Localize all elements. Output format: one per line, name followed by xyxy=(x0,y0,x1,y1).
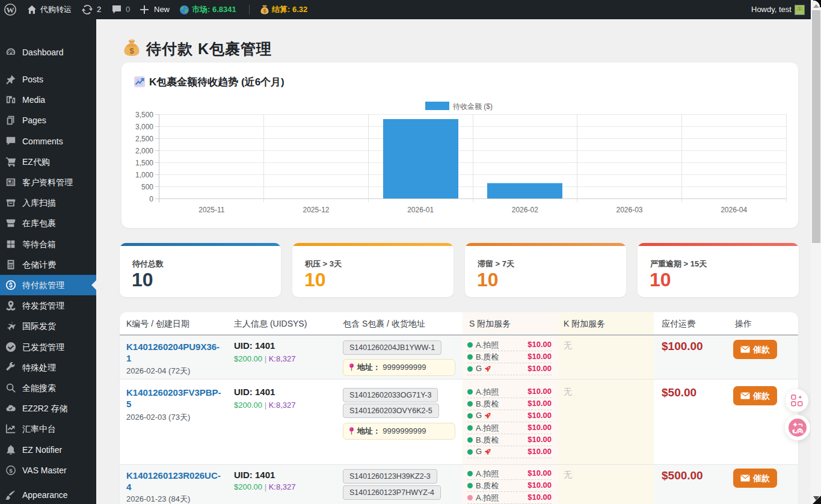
svg-text:待收金额 ($): 待收金额 ($) xyxy=(453,102,493,111)
svg-text:0: 0 xyxy=(149,195,153,203)
svg-text:2026-01: 2026-01 xyxy=(407,206,434,214)
svg-text:2026-04: 2026-04 xyxy=(721,206,747,214)
svg-text:2025-11: 2025-11 xyxy=(198,206,224,214)
svg-text:2026-02: 2026-02 xyxy=(512,206,538,214)
svg-text:A: A xyxy=(798,427,802,434)
svg-text:1,000: 1,000 xyxy=(135,171,153,179)
svg-text:$: $ xyxy=(129,46,134,55)
svg-text:W: W xyxy=(6,5,14,14)
svg-text:$: $ xyxy=(9,467,13,474)
svg-text:2025-12: 2025-12 xyxy=(303,206,329,214)
svg-text:$: $ xyxy=(263,8,266,14)
svg-text:1,500: 1,500 xyxy=(135,159,153,167)
svg-text:2,000: 2,000 xyxy=(135,147,153,155)
svg-text:3,500: 3,500 xyxy=(135,111,153,119)
svg-text:500: 500 xyxy=(141,183,153,191)
svg-text:2026-03: 2026-03 xyxy=(616,206,642,214)
svg-text:2,500: 2,500 xyxy=(135,135,153,143)
svg-text:3,000: 3,000 xyxy=(135,123,153,131)
